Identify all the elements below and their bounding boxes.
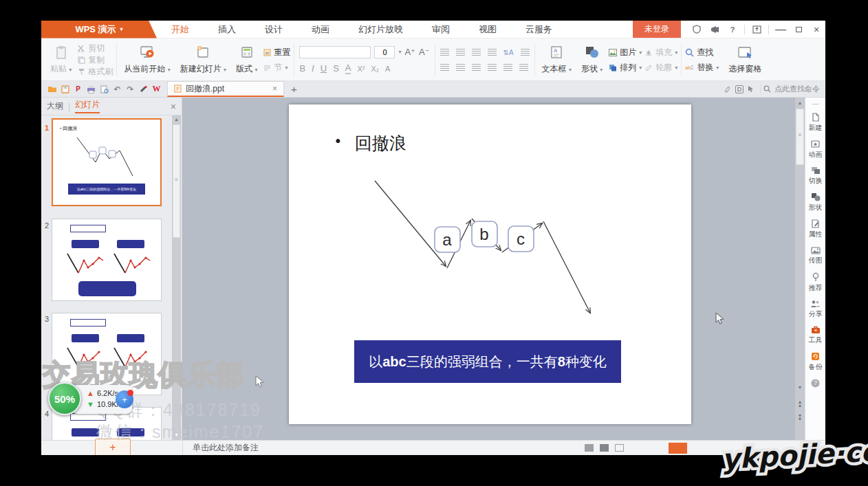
wps-logo[interactable]: WPS 演示 ▾ [41,21,157,38]
new-tab-button[interactable]: + [284,83,304,95]
panel-scrollbar-thumb[interactable]: ≡ [173,124,180,238]
cursor-mode-icon[interactable] [745,84,757,95]
floating-assistant-ball[interactable]: + [116,390,133,408]
close-tab-icon[interactable]: × [272,84,277,93]
reset-button[interactable]: 重置 [263,47,290,58]
decrease-indent-icon[interactable] [472,49,481,56]
slideshow-view-button[interactable] [669,443,687,454]
sidebar-help-button[interactable]: ? [811,379,820,388]
abc-labels[interactable]: a b c [435,221,534,252]
font-name-input[interactable] [299,46,371,58]
menu-view[interactable]: 视图 [476,23,499,36]
shrink-font-button[interactable]: A⁻ [419,47,430,57]
format-painter-button[interactable]: 格式刷 [78,66,113,78]
text-box-button[interactable]: A 文本框 ▾ [537,41,576,79]
align-center-icon[interactable] [456,64,465,71]
outline-button[interactable]: 轮廓 ▾ [644,62,677,74]
sidebar-item-new[interactable]: 新建 [809,113,823,133]
italic-button[interactable]: I [312,63,314,74]
export-pdf-icon[interactable]: P [72,84,84,95]
sidebar-item-animation[interactable]: 动画 [809,140,823,159]
sidebar-item-upload-image[interactable]: 传图 [809,246,823,265]
summary-banner[interactable]: 以abc三段的强弱组合，一共有8种变化 [354,340,621,383]
bold-button[interactable]: B [299,63,305,74]
scroll-down-icon[interactable]: ▼ [795,385,805,390]
collapse-handle[interactable]: — [812,100,819,107]
sidebar-item-share[interactable]: 分享 [809,300,823,319]
share-window-icon[interactable] [750,24,763,35]
section-button[interactable]: 节 ▾ [263,62,290,74]
find-button[interactable]: 查找 [685,47,719,58]
menu-animation[interactable]: 动画 [309,23,332,36]
sidebar-item-transition[interactable]: 切换 [809,166,823,186]
ink-marker-icon[interactable] [138,84,149,95]
document-tab[interactable]: 回撤浪.ppt × [167,81,284,97]
columns-icon[interactable] [519,64,528,71]
distribute-icon[interactable] [503,64,512,71]
menu-insert[interactable]: 插入 [215,23,239,36]
menu-cloud[interactable]: 云服务 [523,23,555,36]
align-left-icon[interactable] [440,64,449,71]
sidebar-item-shape[interactable]: 形状 [809,192,823,212]
text-direction-icon[interactable]: ⇅A [503,49,514,56]
canvas-scrollbar[interactable]: ▲ ≡ ▼ ▲▲ ▼▼ [795,98,805,440]
help-icon[interactable]: ? [726,24,739,35]
superscript-button[interactable]: X² [357,65,365,73]
line-spacing-icon[interactable] [521,49,530,56]
zoom-level-badge[interactable]: 50% [48,382,81,415]
bullets-icon[interactable] [440,49,449,56]
print-icon[interactable] [85,84,97,95]
open-folder-icon[interactable] [46,84,58,95]
feedback-icon[interactable] [708,24,721,35]
redo-icon[interactable]: ↷ [124,84,136,95]
strike-button[interactable]: S [333,63,339,74]
font-size-input[interactable] [374,46,395,58]
slide-thumbnail-1[interactable]: • 回撤浪 以abc三段的强弱组合，一共有8种变化 [52,118,162,206]
editing-canvas[interactable]: • 回撤浪 [182,98,795,440]
slide-thumbnail-2[interactable] [52,219,162,301]
paste-button[interactable]: 粘贴 ▾ [45,41,76,79]
scroll-up-icon[interactable]: ▲ [795,98,805,105]
d-badge-icon[interactable]: D [735,85,744,93]
minimize-button[interactable]: — [772,23,790,36]
font-color-button[interactable]: A [345,63,351,74]
justify-icon[interactable] [488,64,497,71]
sidebar-item-recommend[interactable]: 推荐 [809,272,823,293]
picture-button[interactable]: 图片 ▾ [609,47,642,58]
copy-button[interactable]: 复制 [78,54,113,66]
close-panel-icon[interactable]: × [171,101,176,112]
maximize-button[interactable] [790,23,807,36]
close-window-button[interactable]: × [807,23,825,36]
protect-icon[interactable] [690,24,704,35]
menu-review[interactable]: 审阅 [429,23,453,36]
canvas-scrollbar-thumb[interactable]: ≡ [796,109,804,165]
next-slide-button[interactable]: ▼▼ [795,414,805,421]
shape-button[interactable]: 形状 ▾ [576,41,607,79]
replace-button[interactable]: ab 替换 ▾ [685,62,719,74]
increase-indent-icon[interactable] [488,49,497,56]
sidebar-item-tools[interactable]: 工具 [809,326,823,345]
numbering-icon[interactable] [456,49,465,56]
normal-view-icon[interactable] [585,444,594,452]
new-slide-button[interactable]: 新建幻灯片 ▾ [175,41,231,79]
undo-icon[interactable]: ↶ [111,84,123,95]
selection-pane-button[interactable]: 选择窗格 [720,41,770,79]
sorter-view-icon[interactable] [600,444,609,452]
align-right-icon[interactable] [472,64,481,71]
tab-slides[interactable]: 幻灯片 [75,99,100,113]
previous-slide-button[interactable]: ▲▲ [795,400,805,407]
tab-outline[interactable]: 大纲 [47,100,63,112]
current-slide[interactable]: • 回撤浪 [289,104,691,424]
find-command-box[interactable]: 点此查找命令 [763,84,820,94]
menu-design[interactable]: 设计 [262,23,285,36]
cut-button[interactable]: 剪切 [78,43,113,54]
sidebar-item-backup[interactable]: 备份 [809,352,823,372]
menu-slideshow[interactable]: 幻灯片放映 [356,23,406,36]
scroll-up-icon[interactable]: ▲ [172,115,181,122]
login-button[interactable]: 未登录 [633,21,681,38]
wps-w-icon[interactable]: W [151,84,162,95]
text-effect-button[interactable]: A [385,65,390,73]
sidebar-item-properties[interactable]: 属性 [809,219,823,239]
play-from-current-button[interactable]: 从当前开始 ▾ [119,41,175,79]
underline-button[interactable]: U [321,63,327,74]
